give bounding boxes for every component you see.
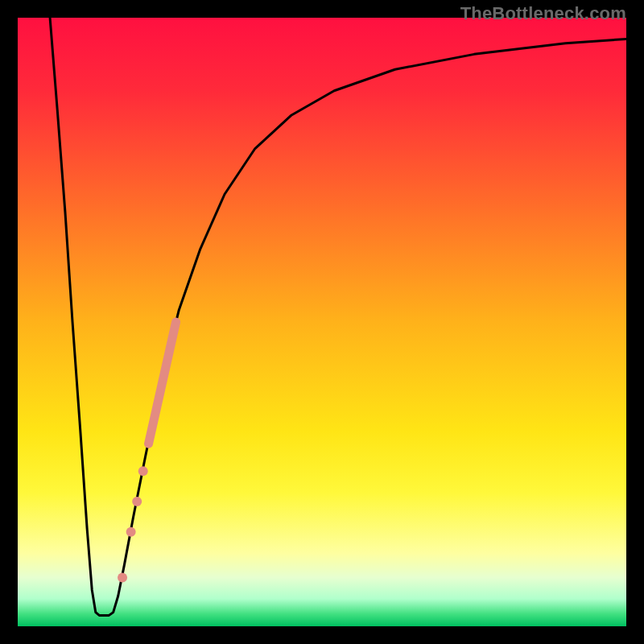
dot-3 (132, 497, 142, 506)
dot-4 (138, 466, 148, 476)
plot-background (18, 18, 626, 626)
plot-svg (18, 18, 626, 626)
dot-1 (118, 573, 127, 583)
plot-frame (18, 18, 626, 626)
dot-2 (126, 527, 136, 537)
watermark-text: TheBottleneck.com (460, 3, 626, 24)
